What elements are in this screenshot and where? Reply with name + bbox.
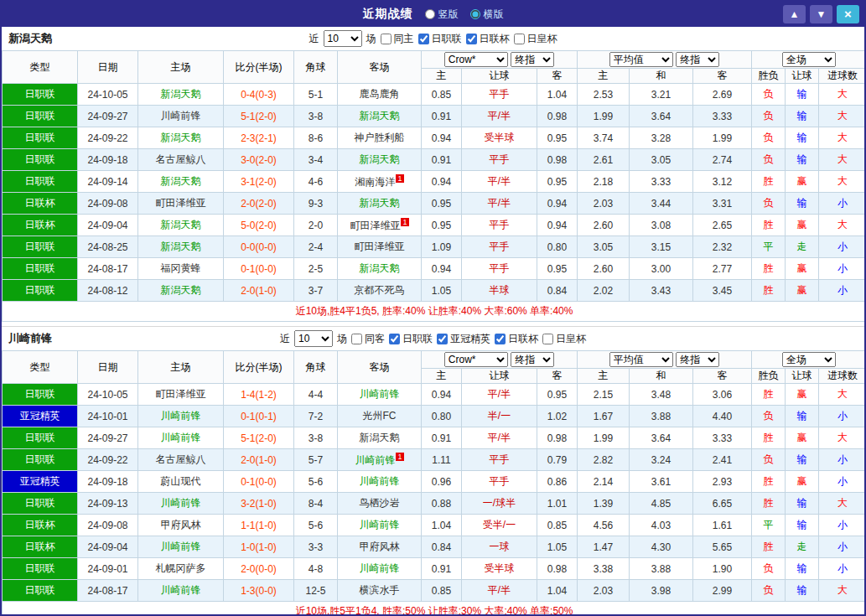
- same-venue-filter[interactable]: 同客: [351, 332, 385, 346]
- team-name[interactable]: 町田泽维亚: [156, 197, 206, 209]
- team-name[interactable]: 甲府风林: [161, 519, 201, 531]
- handicap-result-cell: 输: [786, 449, 819, 471]
- scope-group: 全场: [752, 51, 866, 69]
- date-cell: 24-09-18: [78, 471, 138, 493]
- team-name[interactable]: 川崎前锋: [360, 475, 400, 487]
- match-result-cell: 负: [752, 149, 786, 171]
- team-name[interactable]: 新潟天鹅: [161, 132, 201, 143]
- crown-home-odds-cell: 0.95: [422, 215, 462, 236]
- same-venue-filter[interactable]: 同主: [381, 32, 414, 46]
- match-count-select[interactable]: 10: [294, 330, 333, 347]
- league-filter-checkbox[interactable]: [466, 34, 477, 44]
- team-name[interactable]: 光州FC: [363, 410, 397, 422]
- league-filter-checkbox[interactable]: [437, 334, 448, 344]
- avg-draw-odds-cell: 3.43: [630, 280, 693, 302]
- team-name[interactable]: 鸟栖沙岩: [360, 497, 400, 509]
- team-name[interactable]: 川崎前锋: [161, 410, 201, 422]
- team-cell: 川崎前锋: [138, 406, 224, 427]
- scope-select[interactable]: 全场: [782, 52, 836, 67]
- bookmaker-select[interactable]: Crow*: [444, 352, 508, 367]
- avg-stage-select[interactable]: 终指: [676, 352, 719, 367]
- odds-stage-select[interactable]: 终指: [511, 52, 554, 67]
- match-row: 日职联24-10-05新潟天鹅0-4(0-3)5-1鹿岛鹿角0.85平手1.04…: [3, 84, 866, 106]
- handicap-result-cell: 输: [786, 515, 819, 536]
- team-name[interactable]: 川崎前锋: [355, 454, 395, 466]
- same-venue-checkbox[interactable]: [381, 34, 392, 44]
- league-type-cell: 日职联: [3, 106, 78, 127]
- league-filter-label: 亚冠精英: [450, 332, 490, 346]
- average-select[interactable]: 平均值: [609, 52, 673, 67]
- team-name[interactable]: 川崎前锋: [360, 519, 400, 531]
- league-filter[interactable]: 日职联: [418, 32, 462, 46]
- layout-horizontal-radio[interactable]: [470, 9, 480, 19]
- close-button[interactable]: ×: [837, 5, 859, 23]
- avg-away-odds-cell: 3.12: [693, 171, 752, 193]
- league-filter-checkbox[interactable]: [389, 334, 400, 344]
- team-name[interactable]: 新潟天鹅: [360, 432, 400, 443]
- avg-stage-select[interactable]: 终指: [676, 52, 719, 67]
- team-name[interactable]: 川崎前锋: [161, 584, 201, 596]
- bookmaker-select[interactable]: Crow*: [444, 52, 508, 67]
- team-name[interactable]: 町田泽维亚: [355, 241, 405, 252]
- team-name[interactable]: 新潟天鹅: [360, 110, 400, 122]
- average-select[interactable]: 平均值: [609, 352, 673, 367]
- date-cell: 24-09-22: [78, 127, 138, 149]
- team-name[interactable]: 新潟天鹅: [161, 88, 201, 100]
- team-name[interactable]: 新潟天鹅: [360, 153, 400, 165]
- match-count-select[interactable]: 10: [324, 30, 362, 47]
- team-name[interactable]: 甲府风林: [360, 541, 400, 552]
- team-name[interactable]: 新潟天鹅: [360, 262, 400, 274]
- team-name[interactable]: 札幌冈萨多: [156, 562, 206, 574]
- layout-vertical-option[interactable]: 竖版: [425, 8, 459, 22]
- odds-stage-select[interactable]: 终指: [511, 352, 554, 367]
- team-name[interactable]: 新潟天鹅: [360, 197, 400, 209]
- team-name[interactable]: 京都不死鸟: [355, 284, 405, 296]
- team-name[interactable]: 町田泽维亚: [350, 220, 400, 231]
- layout-vertical-radio[interactable]: [425, 9, 435, 19]
- league-filter[interactable]: 日联杯: [466, 32, 510, 46]
- team-name[interactable]: 蔚山现代: [161, 475, 201, 487]
- team-name[interactable]: 名古屋鲸八: [156, 453, 206, 465]
- league-filter-checkbox[interactable]: [418, 34, 429, 44]
- scroll-down-button[interactable]: ▼: [810, 5, 832, 23]
- team-name[interactable]: 川崎前锋: [360, 388, 400, 400]
- team-cell: 川崎前锋: [138, 580, 224, 602]
- goals-result-cell: 大: [819, 580, 866, 602]
- team-name[interactable]: 新潟天鹅: [161, 175, 201, 187]
- league-filter[interactable]: 亚冠精英: [437, 332, 490, 346]
- team-name[interactable]: 名古屋鲸八: [156, 153, 206, 165]
- score-cell: 0-4(0-3): [224, 84, 294, 106]
- scope-select[interactable]: 全场: [782, 352, 836, 367]
- date-cell: 24-09-22: [78, 449, 138, 471]
- avg-draw-odds-cell: 3.15: [630, 236, 693, 258]
- league-filter[interactable]: 日职联: [389, 332, 433, 346]
- team-name[interactable]: 町田泽维亚: [156, 388, 206, 400]
- league-filter[interactable]: 日联杯: [495, 332, 538, 346]
- team-name[interactable]: 川崎前锋: [360, 562, 400, 574]
- team-name[interactable]: 新潟天鹅: [161, 219, 201, 230]
- same-venue-checkbox[interactable]: [351, 334, 362, 344]
- match-result-cell: 负: [752, 580, 786, 602]
- team-name[interactable]: 福冈黄蜂: [161, 262, 201, 274]
- team-name[interactable]: 川崎前锋: [161, 110, 201, 122]
- layout-horizontal-option[interactable]: 横版: [470, 8, 504, 22]
- team-name[interactable]: 横滨水手: [360, 584, 400, 596]
- league-filter-checkbox[interactable]: [495, 334, 506, 344]
- team-name[interactable]: 川崎前锋: [161, 541, 201, 552]
- team-name[interactable]: 神户胜利船: [355, 132, 405, 143]
- league-filter-checkbox[interactable]: [542, 334, 553, 344]
- league-filter[interactable]: 日皇杯: [514, 32, 557, 46]
- league-filter[interactable]: 日皇杯: [542, 332, 586, 346]
- team-name[interactable]: 鹿岛鹿角: [360, 88, 400, 100]
- match-result-cell: 负: [752, 84, 786, 106]
- goals-result-cell: 小: [819, 280, 866, 302]
- team-name[interactable]: 川崎前锋: [161, 497, 201, 509]
- team-name[interactable]: 湘南海洋: [355, 176, 395, 188]
- league-filter-checkbox[interactable]: [514, 34, 525, 44]
- scope-group: 全场: [752, 351, 866, 369]
- scroll-up-button[interactable]: ▲: [783, 5, 806, 23]
- team-name[interactable]: 新潟天鹅: [161, 241, 201, 252]
- team-name[interactable]: 川崎前锋: [161, 432, 201, 443]
- team-name[interactable]: 新潟天鹅: [161, 284, 201, 296]
- col-corners: 角球: [294, 351, 338, 384]
